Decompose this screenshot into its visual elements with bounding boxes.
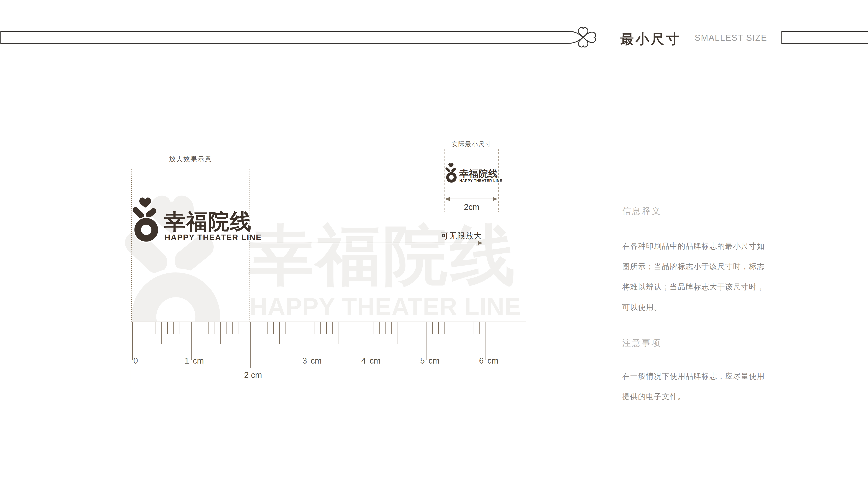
ruler-label-number: 5 xyxy=(402,356,425,365)
ruler-tick xyxy=(226,322,227,334)
ruler-tick xyxy=(450,322,451,334)
ruler-tick xyxy=(374,322,374,334)
ruler-tick xyxy=(362,322,362,334)
ruler-tick xyxy=(397,322,398,344)
ruler-label-unit: cm xyxy=(488,356,499,365)
ruler-tick xyxy=(421,322,421,334)
logo-latin-text: HAPPY THEATER LINE xyxy=(460,179,502,183)
page-subtitle: SMALLEST SIZE xyxy=(695,33,767,43)
ruler-tick xyxy=(244,322,244,334)
ruler-tick xyxy=(438,322,439,334)
ruler-tick xyxy=(479,322,480,334)
ruler-tick xyxy=(285,322,285,334)
watermark-logo-cjk: 幸福院线 xyxy=(248,212,518,300)
arrow-left-icon xyxy=(445,197,450,201)
ruler-tick xyxy=(474,322,474,334)
ruler-tick xyxy=(462,322,462,334)
ruler-tick xyxy=(379,322,380,334)
header-right-bar xyxy=(781,31,868,44)
ruler: 01cm3cm4cm5cm6cm2 cm xyxy=(131,322,526,395)
logo-enlarged: 幸福院线 HAPPY THEATER LINE xyxy=(131,196,257,246)
ruler-tick xyxy=(156,322,156,334)
ruler-tick xyxy=(338,322,339,344)
actual-size-label: 实际最小尺寸 xyxy=(445,140,499,149)
ruler-tick xyxy=(409,322,409,334)
ruler-tick xyxy=(209,322,209,334)
ruler-tick xyxy=(456,322,457,344)
ruler-tick xyxy=(256,322,256,334)
brand-manual-page: 最小尺寸 SMALLEST SIZE 幸福院线 HAPPY THEATER LI… xyxy=(0,0,868,488)
ruler-tick xyxy=(303,322,303,334)
ruler-tick xyxy=(132,322,133,360)
ruler-label: 0 xyxy=(133,356,138,365)
ruler-tick xyxy=(220,322,221,344)
ruler-tick xyxy=(261,322,262,334)
ruler-tick xyxy=(215,322,215,334)
ruler-label-unit: cm xyxy=(193,356,204,365)
ruler-label-unit: cm xyxy=(370,356,381,365)
section-heading-info: 信息释义 xyxy=(622,205,661,217)
infinite-enlarge-arrow xyxy=(261,242,478,243)
logo-latin-text: HAPPY THEATER LINE xyxy=(164,233,262,242)
ruler-tick xyxy=(486,322,486,360)
ruler-tick xyxy=(232,322,232,334)
logo-actual-size: 幸福院线 HAPPY THEATER LINE xyxy=(445,163,500,185)
ruler-tick xyxy=(356,322,356,334)
header-rule-bar xyxy=(0,31,561,44)
arrow-right-icon xyxy=(493,197,498,201)
ruler-tick xyxy=(309,322,309,360)
min-width-value: 2cm xyxy=(450,202,493,212)
ruler-tick xyxy=(427,322,427,360)
ruler-tick xyxy=(161,322,162,344)
section-body-info: 在各种印刷品中的品牌标志的最小尺寸如 图所示；当品牌标志小于该尺寸时，标志 将难… xyxy=(622,236,770,317)
ruler-tick xyxy=(344,322,344,334)
ruler-tick xyxy=(391,322,392,334)
ruler-tick xyxy=(250,322,251,368)
four-hearts-clover-icon xyxy=(561,25,600,50)
infinite-enlarge-label: 可无限放大 xyxy=(395,231,482,241)
ruler-tick xyxy=(297,322,298,334)
ruler-tick xyxy=(167,322,168,334)
ruler-tick xyxy=(191,322,192,360)
ruler-label-number: 6 xyxy=(461,356,484,365)
ruler-tick xyxy=(197,322,197,334)
ruler-tick xyxy=(368,322,368,360)
ruler-tick xyxy=(291,322,291,334)
ruler-tick xyxy=(238,322,239,334)
ruler-tick xyxy=(150,322,150,334)
logo-mark xyxy=(131,196,161,245)
width-measure-arrow xyxy=(445,199,497,199)
ruler-label-unit: cm xyxy=(429,356,439,365)
ruler-tick xyxy=(315,322,315,334)
page-title: 最小尺寸 xyxy=(620,30,681,48)
ruler-tick xyxy=(173,322,174,334)
enlarged-demo-label: 放大效果示意 xyxy=(131,155,249,164)
ruler-tick xyxy=(279,322,280,344)
section-heading-notes: 注意事项 xyxy=(622,337,661,349)
watermark-logo-latin: HAPPY THEATER LINE xyxy=(250,292,521,321)
ruler-tick xyxy=(203,322,203,334)
ruler-label-unit: cm xyxy=(311,356,322,365)
ruler-tick xyxy=(326,322,327,334)
ruler-tick xyxy=(468,322,468,334)
logo-cjk-text: 幸福院线 xyxy=(164,207,252,236)
ruler-tick xyxy=(350,322,350,334)
ruler-tick xyxy=(179,322,180,334)
ruler-tick xyxy=(185,322,185,334)
ruler-tick xyxy=(385,322,386,334)
logo-cjk-text: 幸福院线 xyxy=(459,168,498,181)
ruler-label-number: 3 xyxy=(284,356,307,365)
ruler-highlight-label: 2 cm xyxy=(231,370,275,380)
ruler-tick xyxy=(144,322,144,334)
ruler-tick xyxy=(273,322,274,334)
ruler-tick xyxy=(268,322,268,334)
ruler-tick xyxy=(320,322,321,334)
ruler-tick xyxy=(332,322,333,334)
ruler-label-number: 4 xyxy=(343,356,366,365)
logo-mark xyxy=(445,163,458,184)
ruler-tick xyxy=(403,322,403,334)
ruler-tick xyxy=(432,322,433,334)
ruler-tick xyxy=(415,322,415,334)
ruler-tick xyxy=(444,322,444,334)
section-body-notes: 在一般情况下使用品牌标志，应尽量使用 提供的电子文件。 xyxy=(622,366,770,407)
